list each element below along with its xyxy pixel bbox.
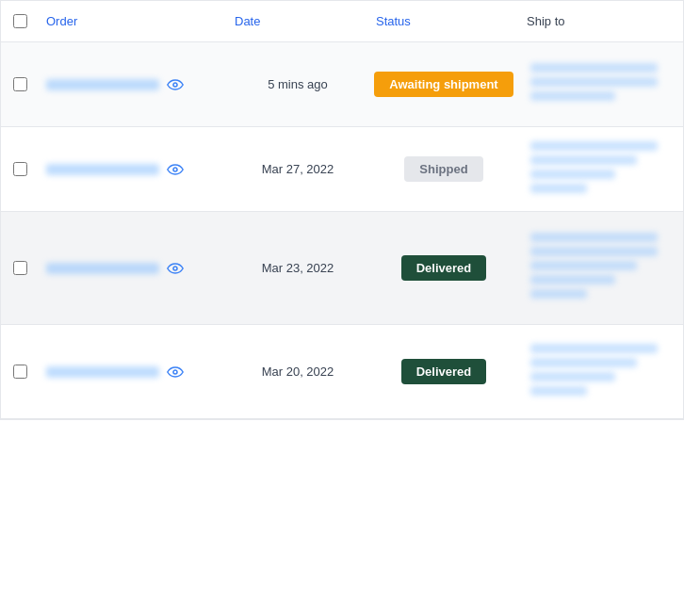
delivered-badge-1[interactable]: Delivered [401,255,487,281]
row-3-view-icon[interactable] [167,263,184,274]
row-2-order [39,156,227,183]
shipto-line [530,386,587,396]
row-3-checkbox-cell [1,261,39,275]
row-1-checkbox[interactable] [13,77,27,91]
row-1-view-icon[interactable] [167,79,184,90]
order-header: Order [39,10,227,32]
status-header: Status [368,10,519,32]
shipped-badge[interactable]: Shipped [404,156,482,182]
shipto-line [530,233,658,242]
row-3-order [39,255,227,282]
shipto-line [530,247,658,256]
orders-table: Order Date Status Ship to 5 mins ago Awa… [0,0,684,420]
header-checkbox-cell [1,10,39,32]
table-header: Order Date Status Ship to [1,1,683,42]
shipto-line [530,77,658,87]
order-4-text-blurred [46,366,159,378]
delivered-badge-2[interactable]: Delivered [401,359,487,384]
row-4-date: Mar 20, 2022 [227,357,368,386]
row-1-order [39,72,227,98]
row-3-checkbox[interactable] [13,261,27,275]
shipto-line [530,155,637,165]
order-3-text-blurred [46,263,159,274]
row-3-shipto [519,225,683,311]
shipto-line [530,141,658,151]
awaiting-shipment-badge[interactable]: Awaiting shipment [374,72,513,97]
row-1-checkbox-cell [1,77,39,91]
order-1-text-blurred [46,79,159,90]
row-4-checkbox-cell [1,365,39,379]
table-row: Mar 23, 2022 Delivered [1,212,683,325]
row-2-date: Mar 27, 2022 [227,154,368,184]
row-4-checkbox[interactable] [13,365,27,379]
table-row: 5 mins ago Awaiting shipment [1,42,683,127]
svg-point-0 [173,82,177,86]
row-2-status: Shipped [368,149,519,189]
row-4-status: Delivered [368,351,519,392]
shipto-line [530,358,637,367]
row-4-shipto [519,336,683,408]
shipto-line [530,344,658,353]
row-2-checkbox-cell [1,162,39,176]
date-header: Date [227,10,368,32]
shipto-line [530,275,615,284]
row-2-checkbox[interactable] [13,162,27,176]
row-2-shipto [519,134,683,205]
svg-point-2 [173,266,177,269]
row-4-view-icon[interactable] [167,366,184,378]
shipto-line [530,184,587,193]
row-1-shipto [519,56,683,113]
row-4-order [39,359,227,385]
shipto-line [530,289,587,299]
shipto-header: Ship to [519,10,683,32]
table-row: Mar 27, 2022 Shipped [1,127,683,212]
row-3-date: Mar 23, 2022 [227,253,368,283]
order-2-text-blurred [46,164,159,175]
shipto-line [530,63,658,73]
svg-point-3 [173,369,177,373]
svg-point-1 [173,167,177,170]
table-row: Mar 20, 2022 Delivered [1,325,683,419]
shipto-line [530,170,615,179]
row-3-status: Delivered [368,248,519,288]
shipto-line [530,261,637,270]
shipto-line [530,372,615,381]
row-1-status: Awaiting shipment [368,64,519,105]
row-2-view-icon[interactable] [167,164,184,175]
row-1-date: 5 mins ago [227,70,368,99]
select-all-checkbox[interactable] [13,14,27,28]
shipto-line [530,91,615,101]
